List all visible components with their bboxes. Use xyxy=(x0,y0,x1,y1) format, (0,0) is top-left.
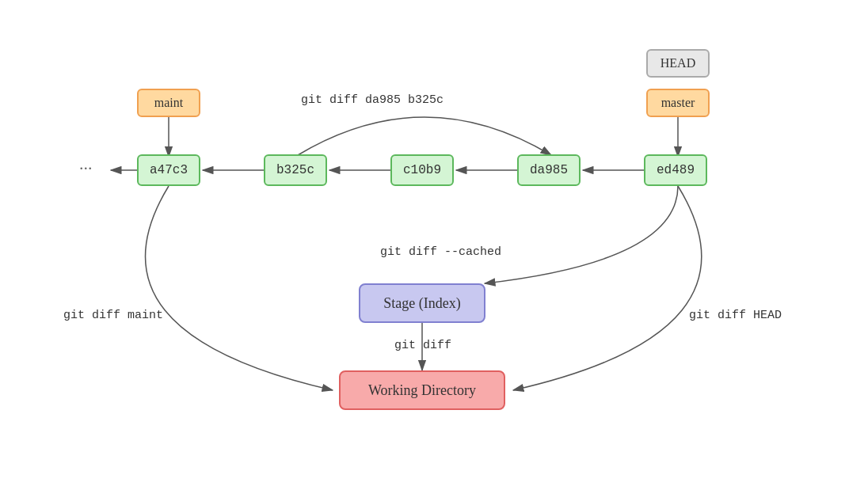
maint-branch-node: maint xyxy=(137,89,200,117)
master-branch-node: master xyxy=(646,89,710,117)
commit-ed489: ed489 xyxy=(644,154,707,186)
commit-da985: da985 xyxy=(517,154,581,186)
ellipsis: ··· xyxy=(79,158,93,179)
label-diff: git diff xyxy=(394,339,451,352)
git-diff-diagram: ··· maint HEAD master a47c3 b325c c10b9 … xyxy=(0,0,868,486)
head-node: HEAD xyxy=(646,49,710,78)
working-directory-node: Working Directory xyxy=(339,370,505,410)
label-diff-maint: git diff maint xyxy=(63,309,163,322)
stage-index-node: Stage (Index) xyxy=(359,283,485,323)
label-diff-da985-b325c: git diff da985 b325c xyxy=(301,93,444,107)
label-diff-head: git diff HEAD xyxy=(689,309,782,322)
commit-a47c3: a47c3 xyxy=(137,154,200,186)
commit-b325c: b325c xyxy=(264,154,327,186)
label-diff-cached: git diff --cached xyxy=(380,245,501,259)
commit-c10b9: c10b9 xyxy=(390,154,454,186)
